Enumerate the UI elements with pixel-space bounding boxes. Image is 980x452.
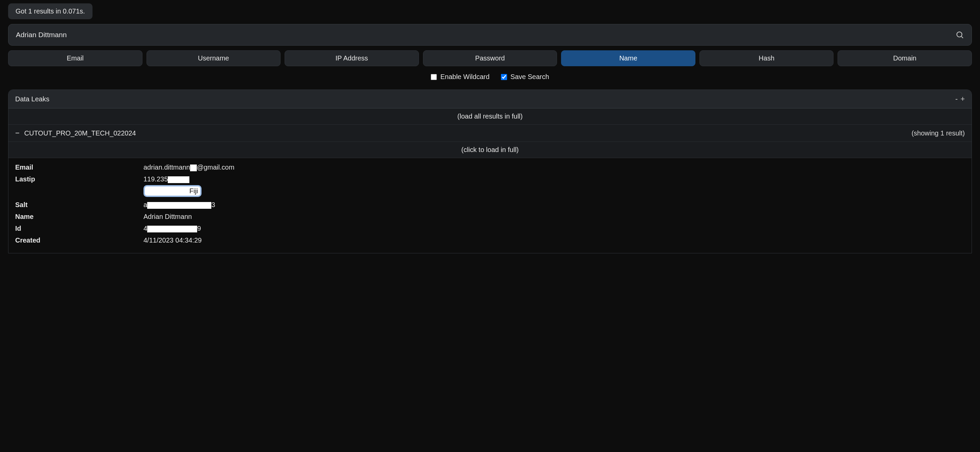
field-email-key: Email: [15, 163, 143, 171]
field-email: Email adrian.dittmann@gmail.com: [15, 161, 965, 173]
option-save-search[interactable]: Save Search: [501, 73, 549, 81]
redacted-block: [145, 188, 189, 195]
save-search-checkbox[interactable]: [501, 74, 507, 80]
field-name-key: Name: [15, 213, 143, 220]
field-email-value: adrian.dittmann@gmail.com: [143, 163, 965, 171]
load-all-row[interactable]: (load all results in full): [8, 109, 972, 125]
field-created-key: Created: [15, 236, 143, 244]
search-type-tabs: Email Username IP Address Password Name …: [8, 50, 972, 66]
field-created: Created 4/11/2023 04:34:29: [15, 235, 965, 246]
search-bar: [8, 24, 972, 46]
svg-point-0: [957, 32, 962, 37]
geo-tag-chip: Fiji: [143, 185, 202, 197]
redacted-block: [168, 176, 189, 183]
field-salt: Salt a3: [15, 199, 965, 211]
tab-email[interactable]: Email: [8, 50, 142, 66]
tab-ip[interactable]: IP Address: [285, 50, 419, 66]
tab-username[interactable]: Username: [146, 50, 281, 66]
redacted-block: [190, 165, 197, 171]
results-status: Got 1 results in 0.071s.: [8, 3, 92, 19]
search-input[interactable]: [16, 31, 955, 39]
dataset-name: CUTOUT_PRO_20M_TECH_022024: [24, 129, 136, 137]
field-id-value: 49: [143, 225, 965, 232]
lastip-prefix: 119.235: [143, 175, 168, 183]
redacted-block: [147, 226, 197, 232]
salt-suffix: 3: [211, 201, 215, 208]
tab-password[interactable]: Password: [423, 50, 557, 66]
geo-tag-suffix: Fiji: [189, 187, 198, 195]
field-lastip-key: Lastip: [15, 175, 143, 183]
panel-header: Data Leaks - +: [8, 90, 972, 109]
tab-hash[interactable]: Hash: [700, 50, 834, 66]
save-search-label: Save Search: [511, 73, 549, 81]
id-prefix: 4: [143, 225, 147, 232]
enable-wildcard-label: Enable Wildcard: [440, 73, 490, 81]
option-enable-wildcard[interactable]: Enable Wildcard: [431, 73, 490, 81]
record-details: Email adrian.dittmann@gmail.com Lastip 1…: [8, 158, 972, 253]
expand-icon[interactable]: +: [961, 94, 965, 103]
field-id-key: Id: [15, 225, 143, 232]
tab-domain[interactable]: Domain: [838, 50, 972, 66]
tab-name[interactable]: Name: [561, 50, 695, 66]
svg-line-1: [961, 37, 963, 38]
field-name: Name Adrian Dittmann: [15, 211, 965, 223]
dataset-row[interactable]: − CUTOUT_PRO_20M_TECH_022024 (showing 1 …: [8, 125, 972, 142]
panel-header-controls: - +: [955, 94, 965, 103]
field-salt-value: a3: [143, 201, 965, 209]
field-created-value: 4/11/2023 04:34:29: [143, 236, 965, 244]
search-icon[interactable]: [955, 30, 964, 39]
panel-title: Data Leaks: [15, 95, 49, 103]
field-name-value: Adrian Dittmann: [143, 213, 965, 220]
enable-wildcard-checkbox[interactable]: [431, 74, 437, 80]
collapse-icon[interactable]: -: [955, 94, 958, 103]
email-prefix: adrian.dittmann: [143, 163, 190, 171]
field-id: Id 49: [15, 223, 965, 235]
options-row: Enable Wildcard Save Search: [8, 73, 972, 81]
results-panel: Data Leaks - + (load all results in full…: [8, 89, 972, 253]
salt-prefix: a: [143, 201, 147, 208]
dataset-showing: (showing 1 result): [912, 129, 965, 137]
field-salt-key: Salt: [15, 201, 143, 209]
email-suffix: @gmail.com: [197, 163, 234, 171]
field-lastip: Lastip 119.235 Fiji: [15, 173, 965, 199]
field-lastip-value: 119.235 Fiji: [143, 175, 965, 197]
id-suffix: 9: [197, 225, 201, 232]
dataset-toggle-icon[interactable]: −: [15, 129, 19, 137]
redacted-block: [147, 202, 211, 209]
click-to-load-row[interactable]: (click to load in full): [8, 142, 972, 158]
